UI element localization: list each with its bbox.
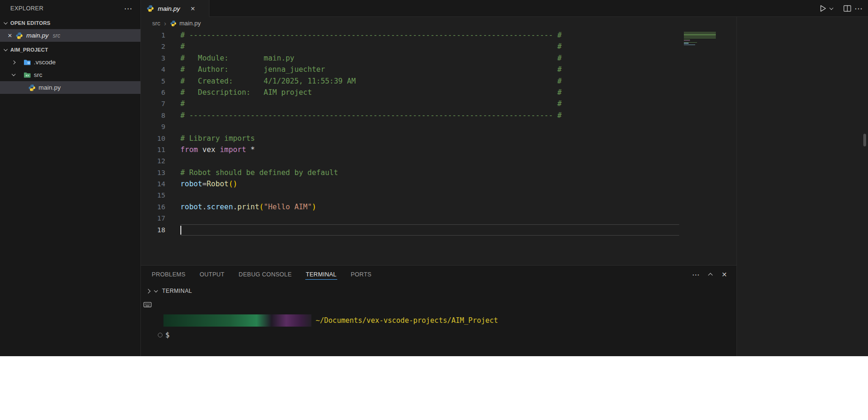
explorer-more-actions-button[interactable]: ⋯ bbox=[124, 4, 132, 14]
line-number[interactable]: 12 bbox=[141, 155, 165, 167]
terminal-prompt-row[interactable]: $ bbox=[141, 329, 736, 341]
tree-item-main-py[interactable]: main.py bbox=[0, 81, 140, 94]
line-number[interactable]: 14 bbox=[141, 178, 165, 190]
code-line[interactable]: 5# Created: 4/1/2025, 11:55:39 AM # bbox=[141, 76, 736, 87]
code-line-text[interactable]: # Robot should be defined by default bbox=[180, 167, 679, 178]
code-line-text[interactable]: # # bbox=[180, 41, 679, 52]
chevron-down-box bbox=[12, 74, 21, 76]
chevron-right-icon[interactable] bbox=[146, 289, 151, 293]
tree-item--vscode[interactable]: .vscode bbox=[0, 56, 140, 69]
panel-tabs: PROBLEMSOUTPUTDEBUG CONSOLETERMINALPORTS… bbox=[141, 266, 736, 283]
close-panel-button[interactable]: ✕ bbox=[721, 271, 727, 278]
tree-item-src[interactable]: src bbox=[0, 69, 140, 81]
code-line[interactable]: 14robot=Robot() bbox=[141, 178, 736, 190]
code-line[interactable]: 17 bbox=[141, 213, 736, 224]
code-line-text[interactable] bbox=[180, 190, 679, 201]
line-number[interactable]: 11 bbox=[141, 144, 165, 155]
code-line-text[interactable] bbox=[180, 155, 679, 167]
code-line[interactable]: 11from vex import * bbox=[141, 144, 736, 155]
code-line[interactable]: 3# Module: main.py # bbox=[141, 53, 736, 64]
line-number[interactable]: 15 bbox=[141, 190, 165, 201]
line-number[interactable]: 6 bbox=[141, 87, 165, 98]
panel-tab-label: DEBUG CONSOLE bbox=[238, 270, 292, 280]
line-number[interactable]: 13 bbox=[141, 167, 165, 178]
keyboard-icon[interactable] bbox=[143, 300, 152, 309]
terminal-prompt: $ bbox=[165, 329, 170, 341]
editor-more-actions-button[interactable]: ⋯ bbox=[854, 4, 862, 14]
code-line-text[interactable]: robot.screen.print("Hello AIM") bbox=[180, 201, 679, 213]
code-line[interactable]: 6# Description: AIM project # bbox=[141, 87, 736, 98]
code-line[interactable]: 8# -------------------------------------… bbox=[141, 110, 736, 121]
code-line-text[interactable]: # Library imports bbox=[180, 133, 679, 144]
code-line[interactable]: 7# # bbox=[141, 98, 736, 109]
code-editor[interactable]: 1# -------------------------------------… bbox=[141, 30, 736, 265]
panel-tab-ports[interactable]: PORTS bbox=[344, 266, 379, 283]
code-line-text[interactable]: # --------------------------------------… bbox=[180, 30, 679, 41]
code-line[interactable]: 9 bbox=[141, 121, 736, 132]
code-line-text[interactable]: robot=Robot() bbox=[180, 178, 679, 190]
code-line-text[interactable] bbox=[180, 121, 679, 132]
line-number[interactable]: 10 bbox=[141, 133, 165, 144]
line-number[interactable]: 5 bbox=[141, 76, 165, 87]
code-line[interactable]: 1# -------------------------------------… bbox=[141, 30, 736, 41]
code-line-text[interactable]: from vex import * bbox=[180, 144, 679, 155]
line-number[interactable]: 2 bbox=[141, 41, 165, 52]
project-section-header[interactable]: AIM_PROJECT bbox=[0, 44, 140, 56]
line-number[interactable]: 1 bbox=[141, 30, 165, 41]
panel-tab-problems[interactable]: PROBLEMS bbox=[145, 266, 193, 283]
code-line-text[interactable] bbox=[180, 213, 679, 224]
code-line[interactable]: 2# # bbox=[141, 41, 736, 52]
run-dropdown-chevron-icon[interactable] bbox=[829, 6, 833, 10]
code-line[interactable]: 10# Library imports bbox=[141, 133, 736, 144]
split-editor-button[interactable] bbox=[843, 4, 852, 13]
editor-tab-bar: main.py ✕ ⋯ bbox=[141, 0, 868, 17]
explorer-sidebar: EXPLORER ⋯ OPEN EDITORS ✕ main.py src AI… bbox=[0, 0, 141, 356]
code-line[interactable]: 18 bbox=[141, 224, 736, 236]
panel-more-actions-button[interactable]: ⋯ bbox=[692, 270, 699, 279]
line-number[interactable]: 9 bbox=[141, 121, 165, 132]
line-number[interactable]: 4 bbox=[141, 64, 165, 75]
line-number[interactable]: 16 bbox=[141, 201, 165, 213]
code-line[interactable]: 4# Author: jenna_juechter # bbox=[141, 64, 736, 75]
open-editors-section-header[interactable]: OPEN EDITORS bbox=[0, 17, 140, 29]
minimap[interactable] bbox=[680, 30, 736, 265]
code-line-text[interactable]: # # bbox=[180, 98, 679, 109]
panel-actions: ⋯ ✕ bbox=[692, 266, 727, 283]
code-line[interactable]: 13# Robot should be defined by default bbox=[141, 167, 736, 178]
code-line-text[interactable] bbox=[180, 224, 679, 236]
line-number[interactable]: 18 bbox=[141, 224, 165, 236]
open-editor-item-main-py[interactable]: ✕ main.py src bbox=[0, 29, 140, 42]
line-number[interactable]: 3 bbox=[141, 53, 165, 64]
code-line-text[interactable]: # Module: main.py # bbox=[180, 53, 679, 64]
code-line[interactable]: 15 bbox=[141, 190, 736, 201]
code-line-text[interactable]: # Created: 4/1/2025, 11:55:39 AM # bbox=[180, 76, 679, 87]
code-line-text[interactable]: # Author: jenna_juechter # bbox=[180, 64, 679, 75]
line-number[interactable]: 7 bbox=[141, 98, 165, 109]
minimap-line bbox=[684, 43, 689, 43]
breadcrumb-file[interactable]: main.py bbox=[170, 20, 201, 27]
maximize-panel-button[interactable] bbox=[709, 272, 712, 277]
close-icon[interactable]: ✕ bbox=[8, 32, 12, 39]
command-decoration-icon[interactable] bbox=[158, 333, 163, 337]
breadcrumb-folder[interactable]: src bbox=[152, 20, 160, 27]
chevron-right-box bbox=[12, 61, 21, 64]
code-line[interactable]: 16robot.screen.print("Hello AIM") bbox=[141, 201, 736, 213]
run-button[interactable] bbox=[819, 4, 827, 13]
tab-main-py[interactable]: main.py ✕ bbox=[141, 0, 209, 17]
panel-tab-debug-console[interactable]: DEBUG CONSOLE bbox=[232, 266, 299, 283]
line-number[interactable]: 8 bbox=[141, 110, 165, 121]
line-number[interactable]: 17 bbox=[141, 213, 165, 224]
close-icon[interactable]: ✕ bbox=[190, 5, 195, 12]
scrollbar-thumb[interactable] bbox=[863, 134, 866, 146]
code-line-text[interactable]: # --------------------------------------… bbox=[180, 110, 679, 121]
breadcrumb-separator: › bbox=[164, 20, 166, 27]
terminal-output-row: ~/Documents/vex-vscode-projects/AIM_Proj… bbox=[163, 314, 498, 327]
panel-tab-output[interactable]: OUTPUT bbox=[193, 266, 232, 283]
minimap-line bbox=[684, 38, 716, 38]
code-line[interactable]: 12 bbox=[141, 155, 736, 167]
terminal-section-header[interactable]: TERMINAL bbox=[141, 284, 736, 298]
page: EXPLORER ⋯ OPEN EDITORS ✕ main.py src AI… bbox=[0, 0, 868, 420]
explorer-title: EXPLORER bbox=[10, 5, 124, 12]
panel-tab-terminal[interactable]: TERMINAL bbox=[299, 266, 344, 283]
code-line-text[interactable]: # Description: AIM project # bbox=[180, 87, 679, 98]
